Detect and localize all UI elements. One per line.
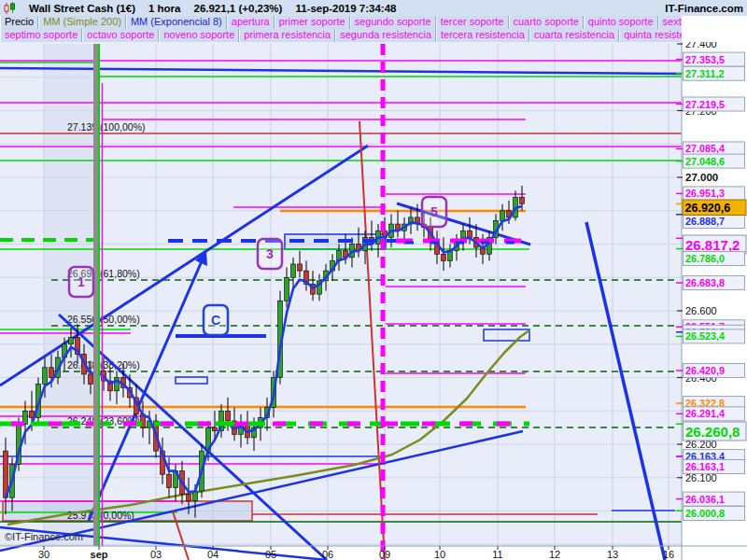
x-axis-label: 09 (379, 549, 390, 560)
level-text: 27.048,6 (685, 156, 725, 167)
price-chart[interactable]: 27.139 (100,00%)26.693 (61,80%)26.556 (5… (0, 42, 747, 560)
fib-label: 27.139 (100,00%) (67, 121, 145, 133)
legend-item-quinta-resistencia[interactable]: quinta resistencia (619, 29, 682, 42)
price-level-label: 26.683,8 (684, 276, 745, 290)
header-filler (682, 16, 747, 42)
level-text: 26.786,0 (685, 253, 725, 264)
legend-item-cuarta-resistencia[interactable]: cuarta resistencia (529, 29, 619, 42)
legend-item-noveno-soporte[interactable]: noveno soporte (159, 29, 239, 42)
candle-body (167, 474, 172, 487)
wave-label-5[interactable]: 5 (422, 197, 446, 227)
fib-label: 25.973 (0,00%) (67, 510, 134, 521)
x-axis-label: 06 (322, 549, 333, 560)
legend-item-mm-simple-200-[interactable]: MM (Simple 200) (38, 16, 126, 29)
datetime-label: 11-sep-2019 7:34:48 (295, 3, 396, 14)
x-axis-label: 04 (207, 549, 218, 560)
price-level-label: 26.951,3 (684, 187, 745, 201)
legend-item-mm-exponencial-8-[interactable]: MM (Exponencial 8) (126, 16, 227, 29)
legend-item-octavo-soporte[interactable]: octavo soporte (82, 29, 159, 42)
price-level-label: 26.036,1 (684, 492, 745, 506)
price-level-label: 26.523,4 (684, 329, 745, 343)
candle-body (69, 338, 74, 344)
candlestick-icon (4, 2, 16, 15)
level-text: 27.353,5 (685, 54, 725, 65)
wave-text: 3 (266, 246, 274, 261)
legend-item-precio[interactable]: Precio (0, 16, 38, 29)
wave-text: 1 (78, 274, 85, 289)
legend-row-2: septimo soporteoctavo soportenoveno sopo… (0, 29, 682, 42)
candle-body (226, 411, 231, 421)
candle-body (291, 264, 296, 277)
candle-body (442, 254, 446, 260)
legend-item-primera-resistencia[interactable]: primera resistencia (239, 29, 335, 42)
wave-text: 5 (430, 204, 438, 219)
x-axis-label: 13 (607, 549, 618, 560)
wave-text: C (211, 313, 220, 328)
level-text: 26.000,8 (685, 508, 725, 519)
current-price-label: 26.920,6 (683, 200, 746, 216)
x-axis-label: sep (91, 549, 108, 560)
legend-item-sexto-soporte[interactable]: sexto soporte (658, 16, 682, 29)
legend-row-1: PrecioMM (Simple 200)MM (Exponencial 8)a… (0, 16, 682, 29)
brand-label: IT-Finance.com (665, 3, 743, 14)
candle-body (468, 231, 472, 237)
level-text: 26.036,1 (685, 494, 725, 505)
price-level-label: 26.786,0 (684, 252, 745, 266)
price-level-label: 26.000,8 (684, 507, 745, 521)
price-level-label: 27.311,2 (684, 66, 745, 80)
level-text: 27.085,4 (685, 143, 725, 154)
price-level-label: 26.291,4 (684, 407, 745, 421)
wave-label-c[interactable]: C (204, 305, 228, 335)
price-level-label: 26.888,7 (684, 215, 745, 229)
level-text: 26.683,8 (685, 277, 725, 288)
level-text: 26.523,4 (685, 330, 725, 342)
current-price-text: 26.920,6 (685, 202, 731, 215)
level-text: 26.420,9 (685, 365, 725, 376)
legend-item-cuarto-soporte[interactable]: cuarto soporte (509, 16, 584, 29)
legend-item-tercera-resistencia[interactable]: tercera resistencia (436, 29, 529, 42)
legend-item-tercer-soporte[interactable]: tercer soporte (436, 16, 509, 29)
level-text: 27.311,2 (685, 68, 724, 79)
trading-platform-window: Wall Street Cash (1€) 1 hora 26.921,1 (+… (0, 0, 747, 560)
legend-item-apertura[interactable]: apertura (227, 16, 275, 29)
y-scale-label: 27.000 (685, 172, 718, 183)
wave-label-1[interactable]: 1 (69, 267, 93, 297)
level-text: 26.163,1 (685, 461, 725, 472)
time-axis-background (0, 546, 747, 560)
legend-item-primer-soporte[interactable]: primer soporte (275, 16, 350, 29)
y-scale-label: 26.600 (685, 305, 717, 316)
legend-item-quinto-soporte[interactable]: quinto soporte (584, 16, 658, 29)
window-title: Wall Street Cash (1€) (29, 3, 135, 14)
legend-item-segunda-resistencia[interactable]: segunda resistencia (335, 29, 436, 42)
y-scale-label: 27.400 (685, 42, 717, 49)
candle-body (89, 374, 93, 385)
x-axis-label: 16 (663, 549, 674, 560)
price-level-label: 26.163,1 (684, 460, 745, 474)
price-level-label: 27.219,5 (684, 97, 745, 111)
level-text: 26.951,3 (685, 188, 725, 199)
price-level-label: 26.420,9 (684, 364, 745, 378)
candle-body (49, 368, 54, 378)
candle-body (285, 277, 289, 301)
legend-item-segundo-soporte[interactable]: segundo soporte (350, 16, 436, 29)
x-axis-label: 11 (492, 549, 502, 560)
quote-label: 26.921,1 (+0,23%) (193, 3, 282, 14)
candle-body (298, 264, 303, 271)
price-level-label: 26.260,8 (684, 422, 747, 441)
candle-body (520, 197, 525, 203)
x-axis-label: 12 (549, 549, 560, 560)
level-text: 27.219,5 (685, 99, 725, 110)
level-text: 26.817,2 (685, 237, 740, 253)
wave-label-3[interactable]: 3 (258, 239, 282, 269)
candle-body (500, 211, 505, 221)
x-axis-label: 30 (38, 549, 49, 560)
candle-body (187, 495, 191, 501)
level-text: 26.260,8 (685, 424, 740, 440)
watermark: ©IT-Finance.com (5, 531, 83, 542)
x-axis-label: 03 (150, 549, 162, 560)
candle-body (213, 427, 218, 431)
x-axis-label: 05 (265, 549, 276, 560)
x-axis-label: 10 (434, 549, 445, 560)
legend-item-septimo-soporte[interactable]: septimo soporte (0, 29, 82, 42)
candle-body (43, 368, 48, 385)
